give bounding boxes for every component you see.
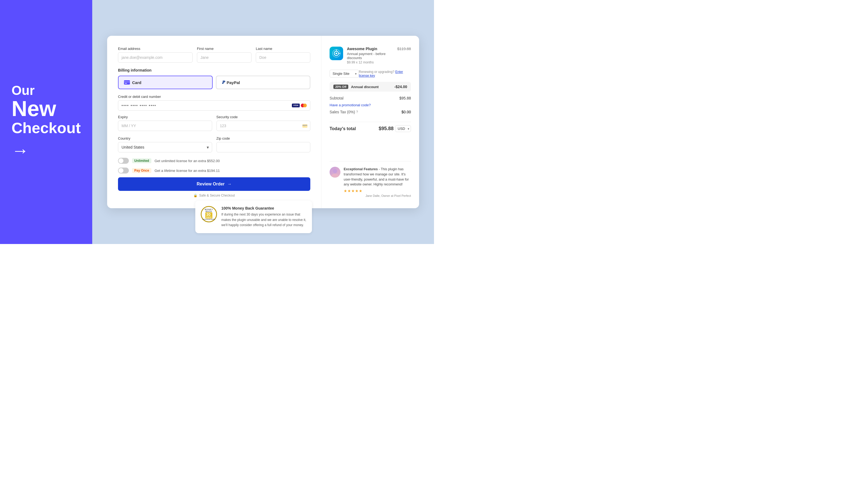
arrow-icon: → [227, 182, 231, 187]
card-number-group: Credit or debit card number •••• •••• ••… [118, 95, 310, 110]
unlimited-toggle[interactable] [118, 158, 129, 164]
reviewer-avatar [330, 167, 340, 177]
billing-label: Billing information [118, 68, 310, 72]
discount-badge: 20% Off [333, 85, 348, 89]
secure-text: 🔒 Safe & Secure Checkout [118, 194, 310, 197]
first-name-label: First name [197, 46, 251, 51]
product-name: Awesome Plugin [347, 46, 393, 51]
security-input[interactable] [216, 121, 311, 131]
payonce-upsell-row: Pay Once Get a lifetime license for an e… [118, 167, 310, 173]
currency-wrapper: USD EUR GBP CAD [395, 125, 411, 132]
product-icon [330, 46, 343, 60]
svg-point-9 [331, 174, 339, 177]
unlimited-badge: Unlimited [132, 158, 151, 163]
card-badges: VISA [292, 104, 307, 107]
product-sub: $9.99 x 12 months [347, 61, 393, 64]
divider [330, 122, 411, 122]
visa-badge: VISA [292, 104, 300, 107]
card-payment-icon [124, 80, 130, 85]
product-price: $119.88 [397, 46, 411, 51]
first-name-group: First name [197, 46, 251, 63]
hero-line2: New [11, 98, 81, 120]
discount-amount: -$24.00 [394, 85, 407, 89]
tax-label: Sales Tax (0%) ? [330, 110, 358, 114]
stars: ★★★★★ [344, 189, 411, 193]
review-text: Exceptional Features - This plugin has t… [344, 167, 411, 187]
svg-point-8 [333, 169, 337, 173]
discount-label: Annual discount [351, 85, 392, 89]
zip-group: Zip code [216, 136, 311, 152]
promo-link[interactable]: Have a promotional code? [330, 103, 411, 107]
tax-help-icon[interactable]: ? [356, 110, 358, 114]
review-section: Exceptional Features - This plugin has t… [330, 161, 411, 197]
right-panel: Email address First name Last name Billi… [92, 0, 434, 244]
total-label: Today's total [330, 126, 356, 131]
email-label: Email address [118, 46, 193, 51]
country-label: Country [118, 136, 212, 140]
zip-input[interactable] [216, 142, 311, 152]
subtotal-amount: $95.88 [399, 96, 411, 100]
review-order-button[interactable]: Review Order → [118, 177, 310, 191]
discount-row: 20% Off Annual discount -$24.00 [330, 82, 411, 92]
money-back-badge: MONEY BACK 30 DAYS GUARANTEED [201, 206, 217, 222]
card-number-label: Credit or debit card number [118, 95, 310, 99]
email-input[interactable] [118, 52, 193, 63]
expiry-label: Expiry [118, 115, 212, 119]
total-price: $95.88 [379, 126, 394, 131]
hero-line3: Checkout [11, 120, 81, 136]
money-back-content: 100% Money Back Guarantee If during the … [221, 206, 307, 228]
paypal-icon: 𝐏 [222, 80, 225, 85]
total-row: Today's total $95.88 USD EUR GBP CAD [330, 125, 411, 132]
license-select[interactable]: Single Site 3 Sites 5 Sites Unlimited Si… [330, 70, 359, 77]
checkout-card: Email address First name Last name Billi… [107, 36, 419, 208]
renew-link: Renewing or upgrading? Enter license key [359, 70, 411, 77]
product-desc: Annual payment - before discounts [347, 52, 393, 60]
expiry-group: Expiry [118, 115, 212, 131]
summary-section: Awesome Plugin Annual payment - before d… [321, 36, 419, 208]
expiry-security-row: Expiry Security code 💳 [118, 115, 310, 131]
payonce-text: Get a lifetime license for an extra $194… [155, 169, 220, 173]
product-row: Awesome Plugin Annual payment - before d… [330, 46, 411, 64]
form-section: Email address First name Last name Billi… [107, 36, 321, 208]
reviewer-row: Exceptional Features - This plugin has t… [330, 167, 411, 197]
subtotal-line: Subtotal $95.88 [330, 96, 411, 100]
badge-money-text: MONEY [205, 208, 213, 210]
paypal-payment-btn[interactable]: 𝐏 PayPal [216, 76, 311, 89]
mastercard-badge [301, 104, 307, 107]
country-select-wrapper: United States United Kingdom Canada Aust… [118, 142, 212, 152]
payonce-toggle[interactable] [118, 167, 129, 173]
badge-back-text: BACK [206, 210, 212, 212]
badge-days: 30 DAYS [205, 212, 213, 219]
money-back-text: If during the next 30 days you experienc… [221, 212, 307, 228]
first-name-input[interactable] [197, 52, 251, 63]
zip-label: Zip code [216, 136, 311, 140]
hero-arrow: → [11, 140, 81, 161]
svg-rect-2 [125, 83, 127, 84]
payment-methods: Card 𝐏 PayPal [118, 76, 310, 89]
country-select[interactable]: United States United Kingdom Canada Aust… [118, 142, 212, 152]
unlimited-upsell-row: Unlimited Get unlimited license for an e… [118, 158, 310, 164]
currency-select[interactable]: USD EUR GBP CAD [395, 125, 411, 132]
email-group: Email address [118, 46, 193, 63]
last-name-group: Last name [256, 46, 310, 63]
card-number-field[interactable]: •••• •••• •••• •••• VISA [118, 100, 310, 110]
card-payment-btn[interactable]: Card [118, 76, 213, 89]
lock-icon: 🔒 [193, 194, 197, 197]
expiry-input[interactable] [118, 121, 212, 131]
svg-point-5 [336, 53, 337, 54]
license-select-wrapper: Single Site 3 Sites 5 Sites Unlimited Si… [330, 70, 359, 77]
last-name-label: Last name [256, 46, 310, 51]
money-back-card: MONEY BACK 30 DAYS GUARANTEED 100% Money… [195, 201, 312, 233]
review-order-label: Review Order [197, 182, 225, 187]
security-label: Security code [216, 115, 311, 119]
product-details: Awesome Plugin Annual payment - before d… [347, 46, 393, 64]
left-panel: Our New Checkout → [0, 0, 92, 244]
country-zip-row: Country United States United Kingdom Can… [118, 136, 310, 152]
license-row: Single Site 3 Sites 5 Sites Unlimited Si… [330, 70, 411, 77]
review-bold: Exceptional Features [344, 167, 378, 171]
secure-label: Safe & Secure Checkout [199, 194, 235, 197]
subtotal-label: Subtotal [330, 96, 343, 100]
last-name-input[interactable] [256, 52, 310, 63]
contact-row: Email address First name Last name [118, 46, 310, 63]
review-content: Exceptional Features - This plugin has t… [344, 167, 411, 197]
